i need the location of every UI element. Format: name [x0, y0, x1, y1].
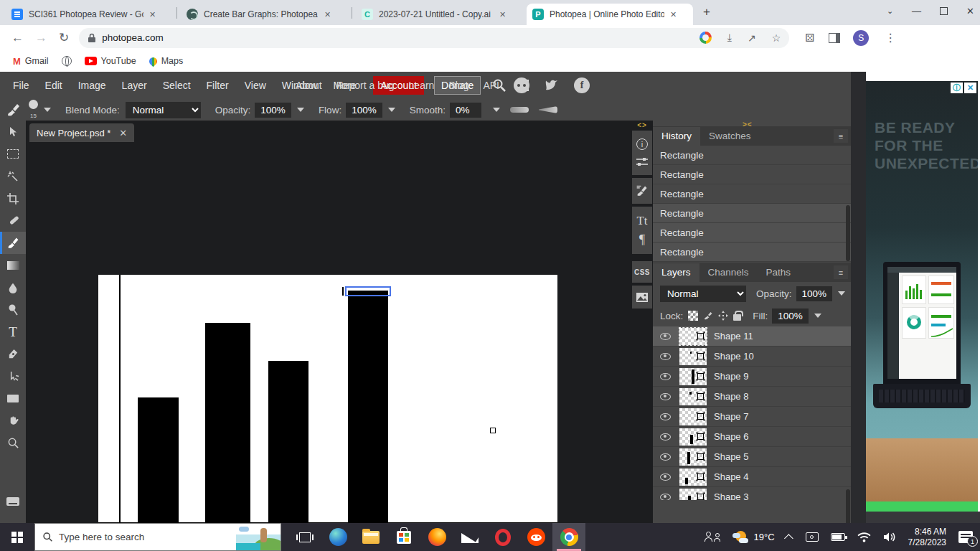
link-api[interactable]: API [483, 80, 499, 91]
lock-all-icon[interactable] [733, 314, 741, 321]
menu-view[interactable]: View [245, 80, 266, 91]
facebook-icon[interactable]: f [574, 77, 590, 93]
layer-visibility-icon[interactable] [660, 453, 671, 461]
tab-close-icon[interactable]: ✕ [149, 10, 156, 19]
layer-blend-mode-select[interactable]: Normal [660, 286, 746, 302]
start-button[interactable] [0, 523, 34, 551]
layer-visibility-icon[interactable] [660, 353, 671, 360]
history-menu-icon[interactable]: ≡ [834, 129, 848, 143]
flow-value[interactable]: 100% [346, 103, 382, 118]
layer-row[interactable]: Shape 8 [653, 387, 851, 407]
pressure-opacity-icon[interactable] [510, 107, 529, 113]
back-icon[interactable]: ← [11, 31, 24, 45]
layer-thumbnail[interactable] [679, 489, 707, 501]
weather-tray[interactable]: 19°C [732, 531, 775, 544]
browser-tab-active[interactable]: P Photopea | Online Photo Editor ✕ [527, 4, 693, 25]
collapse-left-icon[interactable]: <> [632, 121, 652, 129]
bookmark-globe[interactable] [62, 56, 72, 66]
layer-visibility-icon[interactable] [660, 494, 671, 501]
paragraph-panel-icon[interactable]: ¶ [639, 232, 645, 248]
people-icon[interactable] [705, 532, 720, 543]
brush-dropdown-arrow[interactable] [44, 108, 51, 112]
brush-tool[interactable] [0, 232, 26, 254]
link-learn[interactable]: Learn [409, 80, 435, 91]
ad-close-icon[interactable]: ✕ [964, 83, 976, 93]
layer-visibility-icon[interactable] [660, 333, 671, 340]
layers-menu-icon[interactable]: ≡ [834, 265, 848, 279]
history-entry[interactable]: Rectangle [653, 223, 851, 242]
restore-icon[interactable] [940, 7, 948, 15]
healing-patch-tool[interactable] [0, 209, 26, 232]
link-about[interactable]: About [296, 80, 322, 91]
hand-tool[interactable] [0, 410, 26, 432]
layer-row[interactable]: Shape 10 [653, 347, 851, 367]
tab-channels[interactable]: Channels [699, 263, 758, 282]
tab-history[interactable]: History [653, 127, 700, 146]
marquee-select-tool[interactable] [0, 143, 26, 165]
layer-row[interactable]: Shape 9 [653, 367, 851, 387]
notification-center-icon[interactable]: 1 [958, 531, 973, 543]
minimize-icon[interactable]: — [912, 6, 921, 17]
info-panel-icon[interactable]: i [636, 138, 648, 150]
adjustments-panel-icon[interactable] [636, 157, 649, 167]
twitter-icon[interactable] [544, 77, 560, 93]
tab-layers[interactable]: Layers [653, 263, 699, 282]
shape-selection-box[interactable] [345, 286, 391, 296]
document-tab-close-icon[interactable]: ✕ [119, 128, 127, 138]
layer-visibility-icon[interactable] [660, 393, 671, 400]
download-icon[interactable]: ⤓ [727, 32, 732, 44]
css-panel-icon[interactable]: CSS [632, 261, 652, 283]
wireless-display-icon[interactable] [806, 532, 819, 542]
blend-mode-select[interactable]: Normal [126, 102, 201, 118]
tab-swatches[interactable]: Swatches [700, 127, 760, 146]
layer-opacity-value[interactable]: 100% [796, 286, 833, 301]
forward-icon[interactable]: → [35, 31, 47, 45]
opacity-value[interactable]: 100% [255, 103, 291, 118]
layer-row[interactable]: Shape 7 [653, 407, 851, 427]
menu-filter[interactable]: Filter [207, 80, 229, 91]
layer-thumbnail[interactable] [679, 388, 707, 405]
google-g-icon[interactable] [699, 32, 712, 44]
close-window-icon[interactable]: ✕ [966, 6, 974, 17]
task-view-button[interactable] [288, 523, 321, 551]
menu-layer[interactable]: Layer [122, 80, 147, 91]
blur-tool[interactable] [0, 276, 26, 298]
taskbar-search-box[interactable]: Type here to search [34, 523, 281, 551]
sidebar-icon[interactable] [829, 33, 840, 43]
layer-visibility-icon[interactable] [660, 433, 671, 441]
firefox-icon[interactable] [420, 523, 453, 551]
speaker-icon[interactable] [883, 532, 896, 542]
dodge-tool[interactable] [0, 298, 26, 321]
layer-row[interactable]: Shape 6 [653, 427, 851, 447]
gradient-tool[interactable] [0, 254, 26, 276]
link-report-bug[interactable]: Report a bug [336, 80, 395, 91]
menu-select[interactable]: Select [163, 80, 191, 91]
layer-visibility-icon[interactable] [660, 474, 671, 481]
link-blog[interactable]: Blog [448, 80, 468, 91]
ad-info-icon[interactable]: ⓘ [951, 83, 963, 93]
menu-image[interactable]: Image [78, 80, 106, 91]
layer-thumbnail[interactable] [679, 368, 707, 385]
battery-icon[interactable] [831, 533, 845, 541]
mail-icon[interactable] [453, 523, 486, 551]
pressure-size-icon[interactable] [539, 106, 557, 113]
profile-avatar[interactable]: S [853, 30, 869, 46]
file-explorer-icon[interactable] [354, 523, 387, 551]
taskbar-clock[interactable]: 8:46 AM 7/28/2023 [908, 527, 946, 548]
history-entry[interactable]: Rectangle [653, 242, 851, 262]
layer-opacity-arrow[interactable] [838, 291, 845, 296]
keyboard-shortcuts-icon[interactable] [0, 490, 26, 512]
magic-wand-tool[interactable] [0, 165, 26, 187]
layer-row[interactable]: Shape 4 [653, 467, 851, 487]
extensions-puzzle-icon[interactable]: ⚄ [805, 32, 814, 44]
smooth-value[interactable]: 0% [450, 103, 481, 118]
browser-tab-3[interactable]: C 2023-07-21 Untitled - Copy.ai ✕ [356, 4, 522, 25]
tab-paths[interactable]: Paths [758, 263, 800, 282]
history-entry[interactable]: Rectangle [653, 146, 851, 165]
lock-paint-icon[interactable] [703, 311, 713, 321]
smooth-dropdown-arrow[interactable] [493, 108, 500, 112]
history-scrollbar[interactable] [846, 205, 850, 261]
canvas[interactable] [98, 275, 557, 533]
lock-transparency-icon[interactable] [688, 311, 698, 321]
menu-edit[interactable]: Edit [45, 80, 62, 91]
